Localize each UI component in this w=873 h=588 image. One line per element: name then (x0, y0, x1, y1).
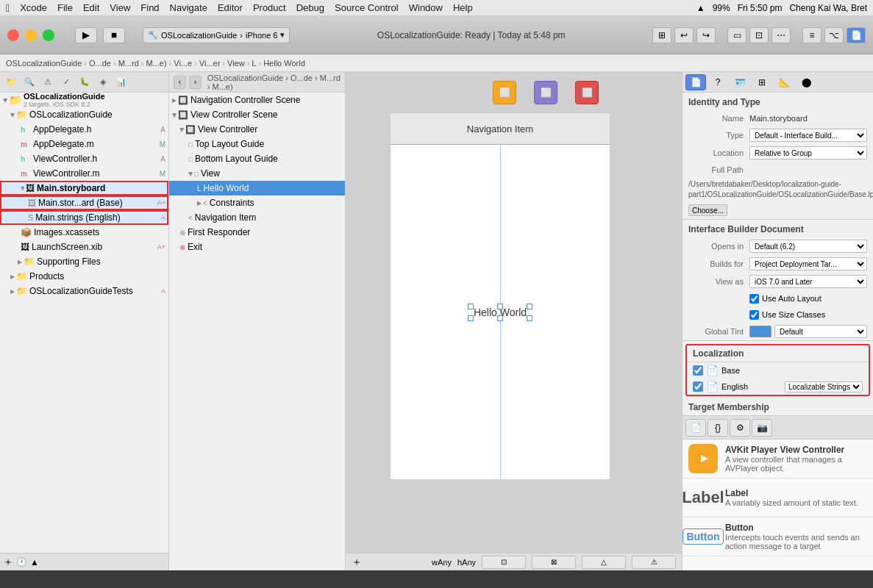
nav-icon-tests[interactable]: ✓ (58, 75, 74, 90)
filter-btn[interactable]: ▲ (30, 557, 39, 567)
history-btn[interactable]: 🕐 (16, 557, 27, 567)
apple-menu-icon[interactable]:  (6, 2, 10, 14)
nav-item-launchscreen[interactable]: 🖼 LaunchScreen.xib A+ (0, 240, 168, 254)
breadcrumb-item-6[interactable]: View (227, 59, 245, 68)
inspector-tab-attributes[interactable]: ⊞ (752, 74, 772, 90)
breadcrumb-item-3[interactable]: M...e) (146, 59, 166, 68)
breadcrumb-item-1[interactable]: O...de (89, 59, 111, 68)
canvas-update-btn[interactable]: △ (582, 556, 626, 569)
menu-product[interactable]: Product (253, 2, 286, 13)
obj-item-avkit[interactable]: AVKit Player View Controller A view cont… (683, 440, 873, 478)
obj-tab-files[interactable]: 📄 (685, 419, 706, 437)
menu-editor[interactable]: Editor (218, 2, 243, 13)
toolbar-standard-editor[interactable]: ▭ (727, 27, 746, 43)
stop-button[interactable]: ■ (103, 27, 125, 43)
inspector-tab-quick-help[interactable]: ? (708, 74, 728, 90)
menu-debug[interactable]: Debug (296, 2, 324, 13)
nav-icon-folder[interactable]: 📁 (3, 75, 19, 90)
traffic-light-maximize[interactable] (43, 29, 54, 41)
view-controller-frame[interactable]: Navigation Item (390, 112, 610, 480)
traffic-light-close[interactable] (7, 29, 19, 41)
obj-item-label[interactable]: Label Label A variably sized amount of s… (683, 478, 873, 517)
toolbar-navigator-btn[interactable]: ≡ (802, 27, 822, 43)
inspector-tab-connections[interactable]: ⬤ (796, 74, 816, 90)
breadcrumb-item-5[interactable]: Vi...er (199, 59, 221, 68)
outline-back-btn[interactable]: ‹ (174, 76, 186, 89)
hello-world-selected-label[interactable]: Hello World (471, 306, 530, 318)
toolbar-version-editor[interactable]: ⋯ (772, 27, 791, 43)
nav-item-main-storyboard-base[interactable]: 🖼 Main.stor...ard (Base) A+ (0, 196, 168, 210)
yellow-square-icon[interactable]: ⬜ (493, 81, 516, 104)
inspector-tab-size[interactable]: 📐 (774, 74, 794, 90)
obj-tab-objects[interactable]: ⚙ (730, 419, 750, 437)
breadcrumb-item-7[interactable]: L (252, 59, 256, 68)
outline-exit[interactable]: ⊗ Exit (169, 240, 345, 254)
nav-icon-issues[interactable]: ⚠ (40, 75, 56, 90)
inspector-tab-identity[interactable]: 🪪 (730, 74, 750, 90)
menu-view[interactable]: View (110, 2, 130, 13)
toolbar-back-btn[interactable]: ↩ (674, 27, 694, 43)
toolbar-debug-btn[interactable]: ⌥ (824, 27, 844, 43)
localization-english-checkbox[interactable] (693, 381, 703, 392)
obj-tab-code[interactable]: {} (708, 419, 728, 437)
canvas-add-btn[interactable]: ＋ (352, 556, 362, 569)
nav-item-viewcontroller-h[interactable]: h ViewController.h A (0, 151, 168, 166)
outline-vc-scene[interactable]: ▶ 🔲 View Controller Scene (169, 107, 345, 122)
outline-view-controller[interactable]: ▶ 🔲 View Controller (169, 122, 345, 137)
inspector-location-select[interactable]: Relative to Group (749, 146, 867, 159)
localization-base-checkbox[interactable] (693, 365, 703, 376)
storyboard-canvas[interactable]: ⬜ ⬜ ⬜ Navigation Item (346, 72, 682, 570)
ib-size-classes-checkbox[interactable] (749, 310, 759, 320)
nav-icon-breakpoints[interactable]: ◈ (95, 75, 111, 90)
canvas-size-btn[interactable]: ⊡ (482, 556, 526, 569)
breadcrumb-item-2[interactable]: M...rd (118, 59, 139, 68)
global-tint-swatch[interactable] (749, 326, 772, 337)
global-tint-select[interactable]: Default (774, 325, 867, 338)
outline-forward-btn[interactable]: › (189, 76, 202, 89)
nav-project-root[interactable]: ▶ 📁 OSLocalizationGuide 2 targets, iOS S… (0, 93, 168, 107)
menu-find[interactable]: Find (140, 2, 159, 13)
outline-hello-world[interactable]: L Hello World (169, 181, 345, 196)
inspector-tab-file[interactable]: 📄 (685, 74, 706, 90)
obj-item-button[interactable]: Button Button Intercepts touch events an… (683, 517, 873, 556)
traffic-light-minimize[interactable] (25, 29, 37, 41)
nav-item-images-xcassets[interactable]: 📦 Images.xcassets (0, 225, 168, 240)
menu-file[interactable]: File (57, 2, 73, 13)
nav-item-main-storyboard[interactable]: ▶ 🖼 Main.storyboard (0, 181, 168, 196)
nav-group-oslocalization[interactable]: ▶ 📁 OSLocalizationGuide (0, 107, 168, 122)
menu-navigate[interactable]: Navigate (170, 2, 207, 13)
toolbar-assistant-editor[interactable]: ⊡ (749, 27, 769, 43)
menu-window[interactable]: Window (409, 2, 443, 13)
loc-english-type-select[interactable]: Localizable Strings (785, 381, 863, 392)
nav-icon-reports[interactable]: 📊 (113, 75, 129, 90)
menu-help[interactable]: Help (453, 2, 473, 13)
inspector-type-select[interactable]: Default - Interface Build... (749, 129, 867, 142)
run-button[interactable]: ▶ (75, 27, 97, 43)
toolbar-forward-btn[interactable]: ↪ (696, 27, 716, 43)
menu-xcode[interactable]: Xcode (20, 2, 47, 13)
nav-item-main-strings-english[interactable]: S Main.strings (English) A (0, 210, 168, 225)
ib-opens-in-select[interactable]: Default (6.2) (749, 240, 867, 253)
fullpath-chooser-btn[interactable]: Choose... (688, 204, 727, 216)
outline-nav-controller-scene[interactable]: ▶ 🔲 Navigation Controller Scene (169, 93, 345, 107)
toolbar-inspector-btn[interactable]: 📄 (847, 27, 866, 43)
add-file-btn[interactable]: ＋ (3, 556, 13, 569)
nav-icon-search[interactable]: 🔍 (21, 75, 38, 90)
outline-first-responder[interactable]: ⊕ First Responder (169, 225, 345, 240)
red-square-icon[interactable]: ⬜ (575, 81, 599, 104)
canvas-issues-btn[interactable]: ⚠ (632, 556, 676, 569)
nav-icon-debug[interactable]: 🐛 (76, 75, 93, 90)
scheme-selector[interactable]: 🔧 OSLocalizationGuide › iPhone 6 ▾ (143, 27, 290, 43)
outline-bottom-layout[interactable]: □ Bottom Layout Guide (169, 151, 345, 166)
nav-item-tests[interactable]: ▶ 📁 OSLocalizationGuideTests A (0, 284, 168, 298)
breadcrumb-item-0[interactable]: OSLocalizationGuide (6, 59, 82, 68)
menu-edit[interactable]: Edit (83, 2, 99, 13)
obj-tab-media[interactable]: 📷 (752, 419, 772, 437)
ib-builds-for-select[interactable]: Project Deployment Tar... (749, 257, 867, 270)
menu-source-control[interactable]: Source Control (335, 2, 399, 13)
ib-auto-layout-checkbox[interactable] (749, 294, 759, 304)
toolbar-split-btn[interactable]: ⊞ (652, 27, 671, 43)
outline-navigation-item[interactable]: < Navigation Item (169, 210, 345, 225)
nav-item-supporting-files[interactable]: ▶ 📁 Supporting Files (0, 254, 168, 269)
nav-item-products[interactable]: ▶ 📁 Products (0, 269, 168, 284)
